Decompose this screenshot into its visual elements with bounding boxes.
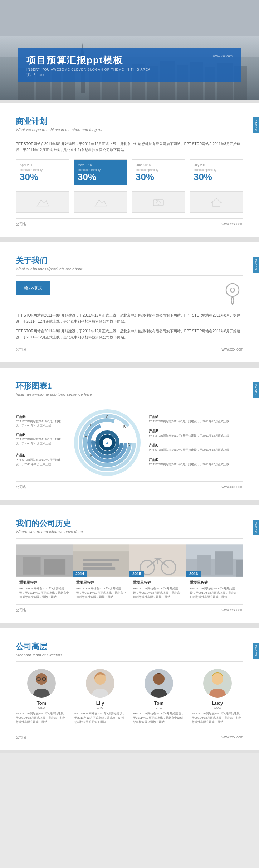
team-footer: 公司名 www.xxx.com [16,732,243,740]
svg-rect-48 [83,559,119,561]
history-col-4: 2016 重要里程碑 PPT STOR网站在2011年8月开始建设，于2011年… [186,544,243,602]
chart-title-cn: 环形图表1 [16,381,243,391]
member-name-4: Lucy [192,700,243,706]
svg-marker-25 [211,198,221,206]
avatar-lucy [203,669,232,698]
chart-main-section: 产品G PPT STOR网站在2011年8月开始建设，于2011年12月正式上线… [16,407,243,478]
avatar-tom-cfo [145,669,173,698]
profit-value-2: 30% [78,172,123,182]
mountain-icon-2 [94,197,107,207]
history-img-3: 2015 [130,544,186,577]
mountain-icon [36,197,49,207]
product-f-name: 产品F [16,432,66,437]
profit-month-4: July 2016 [194,163,239,167]
svg-point-75 [212,673,223,685]
history-milestone-4: 重要里程碑 [190,580,240,585]
history-title-en: Where we are and what we have done [16,530,243,534]
history-desc-3: PPT STOR网站在2011年8月开始建设，于2011年12月正式上线，是北京… [133,587,183,599]
svg-rect-62 [236,560,243,577]
product-e-desc: PPT STOR网站在2011年8月开始建设，于2011年12月正式上线 [16,458,66,467]
chart-footer-url: www.xxx.com [221,485,243,489]
product-b-name: 产品B [149,429,243,434]
chart-divider [16,401,243,401]
product-g-desc: PPT STOR网站在2011年8月开始建设，于2011年12月正式上线 [16,419,66,428]
profit-value-4: 30% [194,172,239,182]
house-icon [210,197,223,207]
svg-text:C: C [127,443,130,447]
hero-url: www.xxx.com [213,54,233,58]
history-divider [16,538,243,539]
svg-point-23 [157,201,160,204]
team-member-2: Lily CTO PPT STOR网站在2011年8月开始建设，于2011年12… [74,669,126,724]
profit-value-1: 30% [20,172,65,182]
team-member-1: Tom CEO PPT STOR网站在2011年8月开始建设，于2011年12月… [16,669,67,724]
profit-value-3: 30% [136,172,181,182]
team-divider [16,661,243,662]
product-c-desc: PPT STOR网站在2011年8月开始建设，于2011年12月正式上线 [149,448,243,452]
product-c-name: 产品C [149,443,243,448]
profit-card-4: July 2016 Increaser profit by 30% [190,159,243,185]
slide-team: PAGEX 公司高层 Meet our team of Directors [0,628,259,753]
profit-month-2: May 2016 [78,163,123,167]
team-footer-company: 公司名 [16,735,26,740]
chart-title-en: Insert an awesome sub topic sentence her… [16,392,243,396]
profit-card-2: May 2016 Increaser profit by 30% [74,159,127,185]
svg-rect-20 [36,206,49,207]
svg-text:G: G [106,415,109,419]
map-pin-icon [224,282,241,305]
about-title-en: What our business/products are about [16,267,243,271]
svg-rect-50 [83,567,115,570]
product-b-desc: PPT STOR网站在2011年8月开始建设，于2011年12月正式上线 [149,434,243,438]
member-name-3: Tom [133,700,185,706]
team-footer-url: www.xxx.com [221,735,243,739]
avatar-tom-cfo-icon [145,669,173,698]
hero-subtitle: INSERY YOU AWESOME CLEVER SLOGAN OR THEM… [26,68,233,71]
about-body-2: PPT STOR网站在2011年8月开始建设，于2011年12月正式上线，是北京… [16,328,243,340]
biz-image-4 [190,191,243,213]
chart-products-right: 产品A PPT STOR网站在2011年8月开始建设，于2011年12月正式上线… [149,414,243,471]
hero-author: 演讲人：xxx [26,73,233,77]
history-col-1: 重要里程碑 PPT STOR网站在2011年8月开始建设，于2011年12月正式… [16,544,73,602]
hero-title: 项目预算汇报ppt模板 [26,54,233,67]
chart-footer: 公司名 www.xxx.com [16,481,243,490]
member-title-2: CTO [74,706,126,709]
profit-card-3: June 2016 Increaser profit by 30% [132,159,185,185]
page-tag-biz: PAGEX [253,117,259,133]
history-footer-company: 公司名 [16,608,26,613]
team-member-3: Tom CFO PPT STOR网站在2011年8月开始建设，于2011年12月… [133,669,185,724]
history-year-3: 2015 [130,571,144,577]
avatar-lily [86,669,114,698]
product-c: 产品C PPT STOR网站在2011年8月开始建设，于2011年12月正式上线 [149,443,243,452]
member-desc-2: PPT STOR网站在2011年8月开始建设，于2011年12月正式上线，是北京… [74,712,126,724]
product-g: 产品G PPT STOR网站在2011年8月开始建设，于2011年12月正式上线 [16,414,66,428]
member-name-1: Tom [16,700,67,706]
history-img-1 [16,544,73,577]
history-desc-2: PPT STOR网站在2011年8月开始建设，于2011年12月正式上线，是北京… [76,587,126,599]
camera-icon [152,197,165,207]
biz-footer-company: 公司名 [16,222,26,227]
history-content-1: 重要里程碑 PPT STOR网站在2011年8月开始建设，于2011年12月正式… [16,577,73,602]
profit-month-1: April 2016 [20,163,65,167]
profit-cards-container: April 2016 Increaser profit by 30% May 2… [16,159,243,185]
about-footer-company: 公司名 [16,347,26,352]
product-a-name: 产品A [149,414,243,419]
svg-rect-21 [94,206,107,207]
biz-divider [16,136,243,136]
product-a-desc: PPT STOR网站在2011年8月开始建设，于2011年12月正式上线 [149,419,243,424]
about-footer-url: www.xxx.com [221,347,243,351]
avatar-lily-icon [86,669,114,698]
about-footer: 公司名 www.xxx.com [16,344,243,352]
history-milestone-1: 重要里程碑 [19,580,69,585]
svg-point-73 [153,673,165,685]
about-biz-model-button[interactable]: 商业模式 [16,281,50,295]
history-photo-1 [16,544,73,577]
history-milestone-2: 重要里程碑 [76,580,126,585]
history-milestone-3: 重要里程碑 [133,580,183,585]
biz-title-cn: 商业计划 [16,116,243,127]
chart-products-left: 产品G PPT STOR网站在2011年8月开始建设，于2011年12月正式上线… [16,414,66,471]
history-col-2: 2014 重要里程碑 PPT STOR网站在2011年8月开始建设，于2011年… [73,544,130,602]
hero-slide: www.xxx.com 项目预算汇报ppt模板 INSERY YOU AWESO… [0,0,259,100]
slide-history: PAGEX 我们的公司历史 Where we are and what we h… [0,505,259,626]
history-timeline: 重要里程碑 PPT STOR网站在2011年8月开始建设，于2011年12月正式… [16,544,243,602]
product-f: 产品F PPT STOR网站在2011年8月开始建设，于2011年12月正式上线 [16,432,66,446]
